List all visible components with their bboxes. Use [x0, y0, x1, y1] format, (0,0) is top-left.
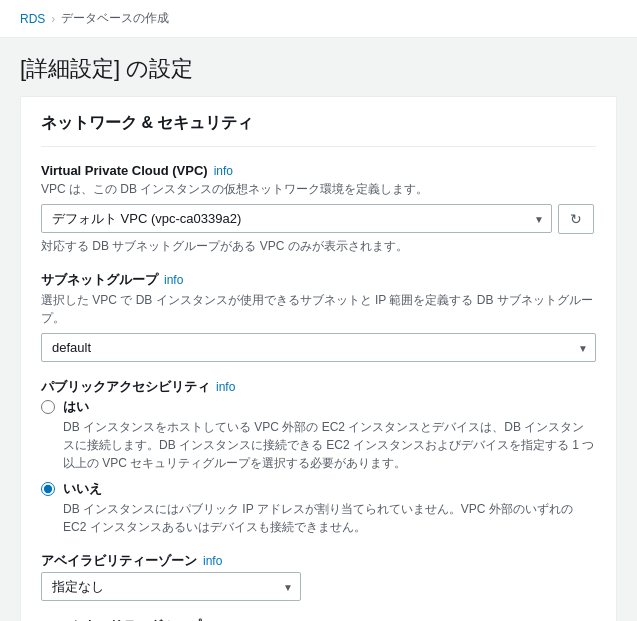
breadcrumb: RDS › データベースの作成 [0, 0, 637, 38]
public-accessibility-label: パブリックアクセシビリティ info [41, 378, 596, 396]
subnet-select-wrapper: default ▼ [41, 333, 596, 362]
network-security-section: ネットワーク & セキュリティ Virtual Private Cloud (V… [20, 96, 617, 621]
public-accessibility-no-label: いいえ [63, 480, 596, 498]
public-accessibility-field-group: パブリックアクセシビリティ info はい DB インスタンスをホストしている … [41, 378, 596, 536]
public-accessibility-yes-radio[interactable] [41, 400, 55, 414]
availability-zone-select[interactable]: 指定なし [41, 572, 301, 601]
vpc-row: デフォルト VPC (vpc-ca0339a2) ▼ ↻ [41, 204, 596, 234]
page-title: [詳細設定] の設定 [0, 38, 637, 96]
vpc-sub-description: 対応する DB サブネットグループがある VPC のみが表示されます。 [41, 238, 596, 255]
vpc-field-group: Virtual Private Cloud (VPC) info VPC は、こ… [41, 163, 596, 255]
availability-zone-field-group: アベイラビリティーゾーン info 指定なし ▼ [41, 552, 596, 601]
breadcrumb-current: データベースの作成 [61, 10, 169, 27]
subnet-select[interactable]: default [41, 333, 596, 362]
breadcrumb-separator: › [51, 12, 55, 26]
availability-zone-info-link[interactable]: info [203, 554, 222, 568]
availability-zone-label: アベイラビリティーゾーン info [41, 552, 596, 570]
refresh-icon: ↻ [570, 211, 582, 227]
public-accessibility-yes-desc: DB インスタンスをホストしている VPC 外部の EC2 インスタンスとデバイ… [63, 418, 596, 472]
subnet-description: 選択した VPC で DB インスタンスが使用できるサブネットと IP 範囲を定… [41, 291, 596, 327]
vpc-info-link[interactable]: info [214, 164, 233, 178]
breadcrumb-rds-link[interactable]: RDS [20, 12, 45, 26]
public-accessibility-no-desc: DB インスタンスにはパブリック IP アドレスが割り当てられていません。VPC… [63, 500, 596, 536]
subnet-info-link[interactable]: info [164, 273, 183, 287]
vpc-security-group-field-group: VPC セキュリティグループ セキュリティグループには、DB インスタンスにアク… [41, 617, 596, 621]
vpc-refresh-button[interactable]: ↻ [558, 204, 594, 234]
vpc-security-group-label: VPC セキュリティグループ [41, 617, 596, 621]
vpc-label: Virtual Private Cloud (VPC) info [41, 163, 596, 178]
public-accessibility-yes-label: はい [63, 398, 596, 416]
public-accessibility-yes-option: はい DB インスタンスをホストしている VPC 外部の EC2 インスタンスと… [41, 398, 596, 472]
subnet-field-group: サブネットグループ info 選択した VPC で DB インスタンスが使用でき… [41, 271, 596, 362]
vpc-select-wrapper: デフォルト VPC (vpc-ca0339a2) ▼ [41, 204, 552, 234]
availability-zone-select-wrapper: 指定なし ▼ [41, 572, 301, 601]
section-title: ネットワーク & セキュリティ [41, 113, 596, 147]
public-accessibility-no-radio[interactable] [41, 482, 55, 496]
public-accessibility-no-option: いいえ DB インスタンスにはパブリック IP アドレスが割り当てられていません… [41, 480, 596, 536]
public-accessibility-radio-group: はい DB インスタンスをホストしている VPC 外部の EC2 インスタンスと… [41, 398, 596, 536]
subnet-label: サブネットグループ info [41, 271, 596, 289]
vpc-description: VPC は、この DB インスタンスの仮想ネットワーク環境を定義します。 [41, 180, 596, 198]
vpc-select[interactable]: デフォルト VPC (vpc-ca0339a2) [41, 204, 552, 233]
public-accessibility-info-link[interactable]: info [216, 380, 235, 394]
